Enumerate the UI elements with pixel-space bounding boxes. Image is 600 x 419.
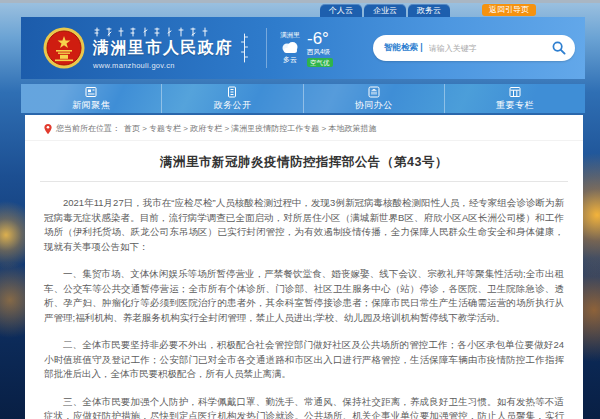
breadcrumb-trail[interactable]: 首页 > 专题专栏 > 政府专栏 > 满洲里疫情防控工作专题 > 本地政策措施 (124, 123, 376, 134)
national-emblem-icon (43, 27, 85, 69)
nav-item-label: 新闻聚焦 (72, 99, 110, 112)
newspaper-icon (85, 86, 97, 98)
building-icon (368, 86, 380, 98)
weather-widget[interactable]: 满洲里 多云 -6° 西风4级 空气优 (280, 30, 333, 67)
tab-enterprise-cloud[interactable]: 企业云 (364, 4, 406, 17)
search-box[interactable]: 智能检索 | (373, 35, 575, 61)
site-title[interactable]: 满洲里市人民政府 (93, 38, 233, 59)
article-paragraph: 一、集贸市场、文体休闲娱乐等场所暂停营业，严禁餐饮堂食、婚丧嫁娶、线下会议、宗教… (44, 267, 564, 325)
search-label: 智能检索 | (384, 42, 423, 54)
tab-government-cloud[interactable]: 政务云 (408, 4, 450, 17)
logo-group[interactable]: 满洲里市人民政府 www.manzhouli.gov.cn (43, 27, 249, 70)
return-guide-button[interactable]: 返回引导页 (482, 4, 536, 16)
nav-item-gov-disclosure[interactable]: 政务公开 (162, 84, 303, 113)
mongolian-script-icon (93, 27, 211, 37)
main-nav: 新闻聚焦 政务公开 协同办公 (21, 84, 585, 113)
breadcrumb-prefix: 您当前所在位置： (56, 123, 120, 134)
nav-item-label: 政务公开 (213, 99, 251, 112)
document-icon (226, 86, 238, 98)
nav-item-label: 重要专栏 (496, 99, 534, 112)
mongolian-script-vertical-icon (240, 33, 249, 63)
cloud-tabs: 个人云 企业云 政务云 (320, 4, 450, 17)
nav-item-collaborative-office[interactable]: 协同办公 (304, 84, 445, 113)
weather-condition: 多云 (283, 55, 297, 65)
site-url: www.manzhouli.gov.cn (93, 61, 233, 70)
site-header: 满洲里市人民政府 www.manzhouli.gov.cn 满洲里 (21, 17, 585, 79)
columns-grid-icon (509, 86, 521, 98)
page: 个人云 企业云 政务云 返回引导页 (0, 0, 600, 419)
nav-item-label: 协同办公 (355, 99, 393, 112)
location-pin-icon (44, 124, 52, 134)
article-paragraph: 2021年11月27日，我市在“应检尽检”人员核酸检测过程中，发现3例新冠病毒核… (44, 196, 564, 254)
article-title: 满洲里市新冠肺炎疫情防控指挥部公告（第43号） (37, 154, 571, 171)
site-container: 个人云 企业云 政务云 返回引导页 (21, 0, 585, 419)
title-divider (40, 181, 568, 182)
tab-personal-cloud[interactable]: 个人云 (320, 4, 362, 17)
weather-temperature: -6° (307, 30, 329, 47)
content-panel: 您当前所在位置： 首页 > 专题专栏 > 政府专栏 > 满洲里疫情防控工作专题 … (25, 115, 583, 419)
logo-text: 满洲里市人民政府 www.manzhouli.gov.cn (93, 27, 233, 70)
header-divider (266, 28, 267, 68)
article-paragraph: 三、全体市民要加强个人防护，科学佩戴口罩、勤洗手、常通风、保持社交距离，养成良好… (44, 395, 564, 419)
weather-wind: 西风4级 (307, 48, 330, 57)
article-body: 2021年11月27日，我市在“应检尽检”人员核酸检测过程中，发现3例新冠病毒核… (25, 194, 583, 419)
air-quality-badge: 空气优 (307, 58, 333, 67)
top-bar: 个人云 企业云 政务云 返回引导页 (21, 3, 585, 17)
article-paragraph: 二、全体市民要坚持非必要不外出，积极配合社会管控部门做好社区及公共场所的管控工作… (44, 338, 564, 382)
cloud-icon (280, 41, 300, 54)
nav-item-news[interactable]: 新闻聚焦 (21, 84, 162, 113)
weather-city: 满洲里 (280, 31, 300, 40)
search-icon[interactable] (552, 41, 566, 55)
breadcrumb: 您当前所在位置： 首页 > 专题专栏 > 政府专栏 > 满洲里疫情防控工作专题 … (25, 115, 583, 141)
nav-item-important-columns[interactable]: 重要专栏 (445, 84, 585, 113)
search-input[interactable] (429, 44, 552, 53)
